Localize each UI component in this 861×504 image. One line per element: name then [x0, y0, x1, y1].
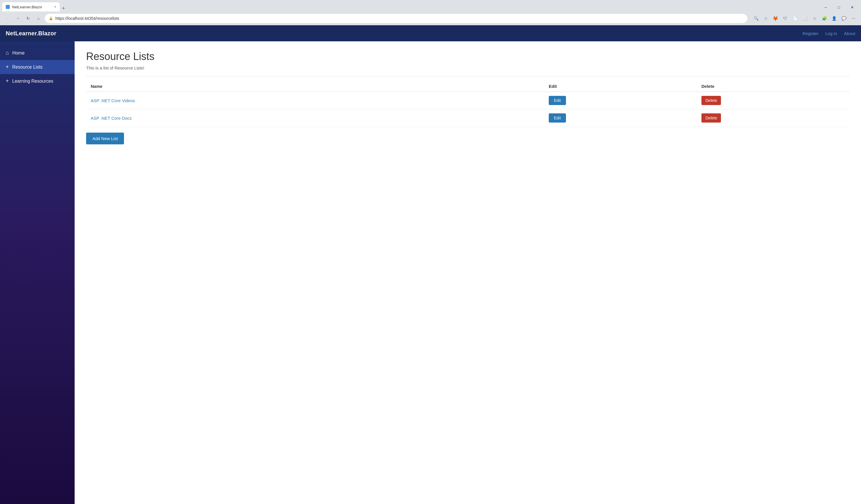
resource-table: Name Edit Delete ASP .NET Core Videos Ed…	[86, 81, 849, 127]
col-header-name: Name	[86, 81, 544, 92]
add-new-list-button[interactable]: Add New List	[86, 133, 124, 145]
tab-title: NetLearner.Blazor	[12, 5, 52, 9]
table-row: ASP .NET Core Docs Edit Delete	[86, 109, 849, 127]
app-brand: NetLearner.Blazor	[6, 30, 56, 37]
page-subtitle: This is a list of Resource Lists!	[86, 66, 849, 70]
resource-link-1[interactable]: ASP .NET Core Docs	[91, 116, 132, 121]
feedback-icon[interactable]: 💬	[840, 14, 848, 23]
address-bar[interactable]: 🔒 https://localhost:44354/resourcelists	[45, 14, 747, 23]
resource-lists-plus-icon: +	[6, 64, 9, 70]
sidebar-resource-lists-label: Resource Lists	[12, 65, 43, 70]
app-header: NetLearner.Blazor Register Log in About	[0, 25, 861, 41]
new-tab-button[interactable]: +	[60, 5, 67, 12]
delete-button-1[interactable]: Delete	[701, 113, 721, 123]
home-icon: ⌂	[6, 50, 9, 56]
sidebar-home-label: Home	[12, 51, 25, 56]
minimize-button[interactable]: ─	[819, 3, 832, 12]
collections-icon[interactable]: ⬜	[801, 14, 809, 23]
url-text: https://localhost:44354/resourcelists	[55, 16, 743, 21]
active-tab[interactable]: NetLearner.Blazor ×	[2, 2, 60, 12]
col-header-edit: Edit	[544, 81, 697, 92]
register-link[interactable]: Register	[803, 31, 819, 36]
table-row: ASP .NET Core Videos Edit Delete	[86, 92, 849, 109]
lock-icon: 🔒	[49, 16, 53, 21]
maximize-button[interactable]: □	[832, 3, 846, 12]
edit-button-1[interactable]: Edit	[549, 113, 566, 123]
sidebar-learning-resources-label: Learning Resources	[12, 79, 53, 84]
profile-icon[interactable]: 👤	[830, 14, 838, 23]
sidebar: ⌂ Home + Resource Lists + Learning Resou…	[0, 41, 74, 504]
page-title: Resource Lists	[86, 51, 849, 63]
home-button[interactable]: ⌂	[35, 14, 42, 23]
forward-button[interactable]: →	[14, 14, 22, 23]
back-button[interactable]: ←	[3, 14, 12, 23]
main-content: Resource Lists This is a list of Resourc…	[74, 41, 861, 504]
sidebar-item-home[interactable]: ⌂ Home	[0, 46, 74, 60]
about-link[interactable]: About	[844, 31, 855, 36]
reader-icon[interactable]: 📄	[791, 14, 799, 23]
shield-icon[interactable]: 🛡	[781, 14, 789, 23]
reload-button[interactable]: ↻	[24, 14, 32, 23]
resource-link-0[interactable]: ASP .NET Core Videos	[91, 98, 135, 103]
sidebar-item-resource-lists[interactable]: + Resource Lists	[0, 60, 74, 74]
tab-close-button[interactable]: ×	[54, 5, 56, 9]
col-header-delete: Delete	[697, 81, 849, 92]
login-link[interactable]: Log in	[825, 31, 837, 36]
delete-button-0[interactable]: Delete	[701, 96, 721, 105]
tab-favicon	[6, 5, 10, 9]
firefox-icon[interactable]: 🦊	[771, 14, 779, 23]
favorites-icon[interactable]: ☆	[810, 14, 819, 23]
bookmark-star-icon[interactable]: ☆	[762, 14, 770, 23]
sidebar-item-learning-resources[interactable]: + Learning Resources	[0, 74, 74, 88]
close-window-button[interactable]: ✕	[846, 3, 859, 12]
search-icon[interactable]: 🔍	[752, 14, 760, 23]
header-nav: Register Log in About	[803, 31, 855, 36]
learning-resources-plus-icon: +	[6, 78, 9, 84]
extensions-icon[interactable]: 🧩	[820, 14, 828, 23]
menu-icon[interactable]: ⋯	[849, 14, 858, 23]
edit-button-0[interactable]: Edit	[549, 96, 566, 105]
